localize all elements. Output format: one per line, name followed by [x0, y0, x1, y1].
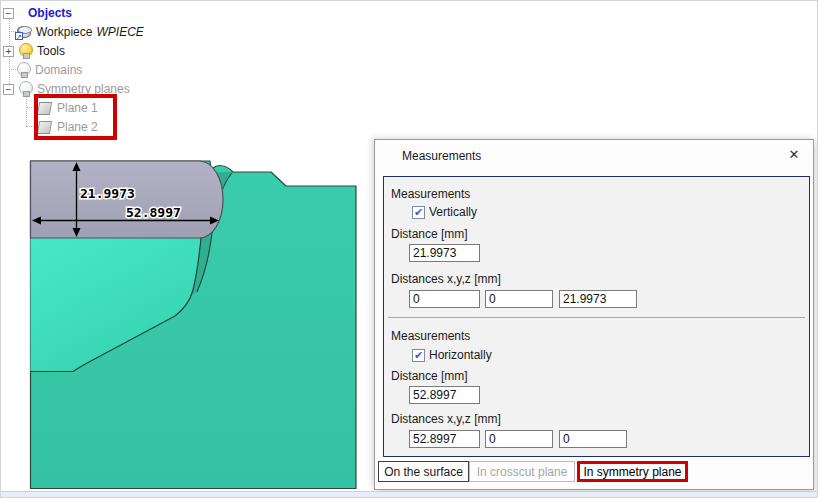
checkbox-checked-icon[interactable]: ✔: [412, 206, 425, 219]
tree-item-label: Workpiece: [36, 25, 92, 39]
expand-icon[interactable]: +: [3, 46, 14, 57]
distance-x-input[interactable]: [409, 430, 480, 448]
link-overlay-icon: ↗: [15, 32, 23, 40]
horizontally-checkbox-row[interactable]: ✔ Horizontally: [412, 348, 492, 362]
tree-item-label: Domains: [35, 63, 82, 77]
distance-input[interactable]: [409, 244, 480, 262]
checkbox-checked-icon[interactable]: ✔: [412, 349, 425, 362]
tab-in-symmetry-plane[interactable]: In symmetry plane: [577, 461, 688, 482]
distance-label: Distance [mm]: [391, 227, 468, 241]
section-separator: [388, 317, 805, 318]
collapse-icon[interactable]: −: [3, 8, 14, 19]
distances-xyz-label: Distances x,y,z [mm]: [391, 272, 501, 286]
close-icon[interactable]: ✕: [785, 146, 803, 164]
visibility-bulb-icon[interactable]: [18, 43, 32, 59]
distance-y-input[interactable]: [485, 430, 553, 448]
tree-item-objects[interactable]: − Objects: [3, 4, 72, 22]
visibility-bulb-icon[interactable]: [18, 81, 32, 97]
distance-x-input[interactable]: [409, 290, 480, 308]
distance-label: Distance [mm]: [391, 369, 468, 383]
vertical-dimension-label: 21.9973: [80, 186, 135, 201]
tab-in-crosscut-plane[interactable]: In crosscut plane: [469, 461, 575, 482]
measurements-dialog: Measurements ✕ Measurements ✔ Vertically…: [374, 139, 814, 490]
vertically-checkbox-row[interactable]: ✔ Vertically: [412, 205, 477, 219]
workpiece-icon: ↗: [15, 25, 32, 40]
dialog-title: Measurements: [402, 149, 481, 163]
tree-item-tools[interactable]: + Tools: [3, 42, 65, 60]
distance-y-input[interactable]: [485, 290, 553, 308]
section-heading: Measurements: [391, 187, 470, 201]
checkbox-label: Vertically: [429, 205, 477, 219]
section-heading: Measurements: [391, 329, 470, 343]
distance-z-input[interactable]: [559, 290, 637, 308]
tree-connector: [9, 69, 16, 70]
measurements-groupbox: Measurements ✔ Vertically Distance [mm] …: [383, 176, 810, 457]
tab-on-the-surface[interactable]: On the surface: [378, 461, 469, 482]
tree-item-name: WPIECE: [96, 25, 143, 39]
collapse-icon[interactable]: −: [3, 84, 14, 95]
tree-item-label: Objects: [28, 6, 72, 20]
measurement-mode-tabbar: On the surface In crosscut plane In symm…: [375, 461, 813, 488]
tree-item-label: Tools: [37, 44, 65, 58]
window-bottom-edge: [1, 491, 817, 497]
visibility-bulb-icon[interactable]: [16, 62, 30, 78]
tree-connector: [26, 97, 27, 126]
distance-input[interactable]: [409, 386, 480, 404]
checkbox-label: Horizontally: [429, 348, 492, 362]
tree-item-workpiece[interactable]: ↗ Workpiece WPIECE: [15, 23, 144, 41]
distance-z-input[interactable]: [559, 430, 627, 448]
distances-xyz-label: Distances x,y,z [mm]: [391, 412, 501, 426]
app-window: 21.9973 52.8997 − Objects ↗ Workpiece WP…: [0, 0, 818, 498]
horizontal-dimension-label: 52.8997: [126, 205, 181, 220]
annotation-highlight-planes: [34, 94, 117, 140]
tree-item-domains[interactable]: Domains: [16, 61, 82, 79]
